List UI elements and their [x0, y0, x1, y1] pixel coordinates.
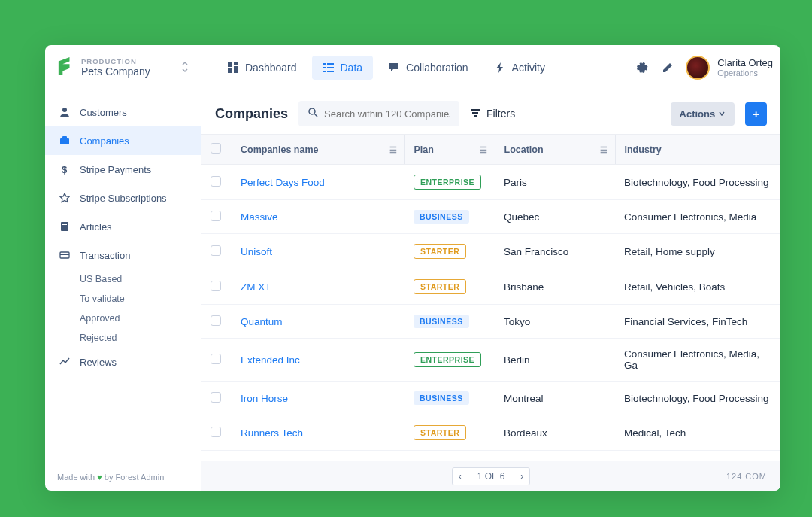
cell-industry: Consumer Electronics, Media, Ga [615, 339, 780, 382]
company-link[interactable]: Unisoft [241, 246, 272, 257]
filters-button[interactable]: Filters [470, 108, 515, 120]
next-page-button[interactable]: › [514, 467, 530, 485]
tab-dashboard[interactable]: Dashboard [217, 56, 308, 80]
user-menu[interactable]: Clarita Orteg Operations [686, 56, 773, 80]
row-checkbox[interactable] [211, 211, 221, 221]
col-industry[interactable]: Industry [615, 135, 780, 165]
checkbox-all[interactable] [211, 143, 221, 154]
plan-badge: STARTER [414, 279, 466, 294]
sidebar-item-companies[interactable]: Companies [45, 126, 201, 155]
table-row[interactable]: ZM XTSTARTERBrisbaneRetail, Vehicles, Bo… [201, 269, 780, 305]
search-box[interactable] [298, 101, 459, 126]
table-row[interactable]: Iron HorseBUSINESSMontrealBiotechnology,… [201, 382, 780, 415]
cell-industry: Biotechnology, Food Processing [615, 382, 780, 415]
toolbar: Companies Filters Actions + [201, 90, 780, 134]
sidebar-item-customers[interactable]: Customers [45, 98, 201, 126]
page-title: Companies [215, 106, 288, 122]
sidebar-label: Articles [80, 221, 112, 233]
company-link[interactable]: Extended Inc [241, 354, 300, 366]
document-icon [59, 220, 71, 233]
pencil-icon[interactable] [660, 60, 675, 75]
svg-rect-16 [62, 227, 67, 227]
svg-rect-9 [327, 71, 334, 72]
sidebar-item-reviews[interactable]: Reviews [45, 348, 201, 376]
cell-location: Brisbane [495, 269, 615, 305]
sidebar-subitem[interactable]: US Based [45, 269, 201, 289]
tab-collaboration[interactable]: Collaboration [377, 56, 479, 80]
chevron-updown-icon[interactable] [181, 61, 189, 75]
col-plan[interactable]: Plan☰ [404, 135, 495, 165]
search-icon [308, 107, 318, 120]
svg-point-19 [309, 108, 315, 114]
gear-icon[interactable] [635, 60, 650, 75]
company-link[interactable]: Quantum [241, 316, 283, 327]
tab-activity[interactable]: Activity [483, 56, 556, 80]
prev-page-button[interactable]: ‹ [452, 467, 468, 485]
sidebar-item-articles[interactable]: Articles [45, 212, 201, 241]
table-row[interactable]: Runners TechSTARTERBordeauxMedical, Tech [201, 415, 780, 451]
svg-rect-8 [323, 71, 326, 72]
sidebar-label: Reviews [80, 357, 117, 368]
tab-label: Activity [512, 62, 545, 74]
sidebar-item-transaction[interactable]: Transaction [45, 241, 201, 269]
svg-rect-12 [62, 136, 67, 138]
row-checkbox[interactable] [211, 315, 221, 326]
sort-icon[interactable]: ☰ [480, 144, 487, 154]
sidebar-subitem[interactable]: Rejected [45, 328, 201, 348]
cell-industry: Financial Services, FinTech [615, 305, 780, 339]
person-icon [59, 106, 71, 118]
row-checkbox[interactable] [211, 427, 221, 437]
svg-text:$: $ [62, 164, 68, 175]
search-input[interactable] [324, 108, 450, 120]
table-row[interactable]: MassiveBUSINESSQuebecConsumer Electronic… [201, 200, 780, 234]
col-location[interactable]: Location☰ [495, 135, 615, 165]
env-label: PRODUCTION [81, 57, 174, 65]
row-checkbox[interactable] [211, 176, 221, 187]
company-link[interactable]: ZM XT [241, 281, 271, 293]
company-link[interactable]: Iron Horse [241, 393, 288, 404]
svg-rect-0 [228, 62, 232, 67]
sidebar-subitem[interactable]: To validate [45, 289, 201, 309]
row-checkbox[interactable] [211, 354, 221, 364]
plan-badge: STARTER [414, 244, 466, 259]
cell-location: Quebec [495, 200, 615, 234]
company-link[interactable]: Runners Tech [241, 427, 303, 439]
plan-badge: ENTERPRISE [414, 352, 481, 367]
tab-data[interactable]: Data [312, 56, 374, 80]
company-link[interactable]: Perfect Days Food [241, 177, 325, 188]
table-row[interactable]: Perfect Days FoodENTERPRISEParisBiotechn… [201, 165, 780, 200]
org-selector[interactable]: PRODUCTION Pets Company [45, 45, 201, 90]
row-checkbox[interactable] [211, 392, 221, 403]
create-button[interactable]: + [745, 102, 767, 126]
row-checkbox[interactable] [211, 245, 221, 256]
sort-icon[interactable]: ☰ [600, 144, 607, 154]
sort-icon[interactable]: ☰ [389, 144, 397, 154]
svg-rect-5 [327, 63, 334, 65]
company-link[interactable]: Massive [241, 211, 278, 223]
svg-rect-4 [323, 63, 326, 65]
cell-industry: Biotechnology, Food Processing [615, 165, 780, 200]
col-name[interactable]: Companies name☰ [232, 135, 404, 165]
chevron-down-icon [718, 108, 726, 120]
page-indicator: 1 OF 6 [468, 467, 514, 485]
col-checkbox [201, 135, 232, 165]
org-name: Pets Company [81, 65, 174, 78]
table-row[interactable]: QuantumBUSINESSTokyoFinancial Services, … [201, 305, 780, 339]
cell-location: Berlin [495, 339, 615, 382]
table-row[interactable]: Extended IncENTERPRISEBerlinConsumer Ele… [201, 339, 780, 382]
svg-rect-18 [60, 254, 69, 255]
actions-button[interactable]: Actions [671, 102, 735, 126]
plan-badge: BUSINESS [414, 391, 469, 405]
sidebar-label: Stripe Payments [80, 164, 151, 175]
sidebar-label: Companies [80, 135, 129, 147]
sidebar-subitem[interactable]: Approved [45, 309, 201, 328]
app-logo-icon [57, 56, 74, 80]
data-table: Companies name☰ Plan☰ Location☰ Industry… [201, 134, 780, 491]
user-name: Clarita Orteg [717, 57, 773, 68]
actions-label: Actions [680, 108, 716, 120]
row-checkbox[interactable] [211, 281, 221, 291]
sidebar-item-stripe-payments[interactable]: $ Stripe Payments [45, 155, 201, 184]
sidebar-item-stripe-subscriptions[interactable]: Stripe Subscriptions [45, 184, 201, 212]
card-icon [59, 249, 71, 261]
table-row[interactable]: UnisoftSTARTERSan FranciscoRetail, Home … [201, 234, 780, 269]
